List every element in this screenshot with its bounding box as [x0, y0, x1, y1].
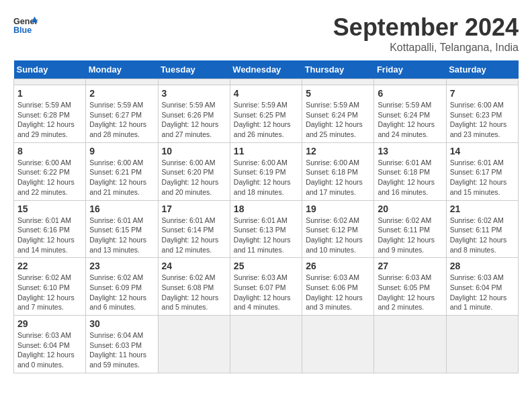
header-thursday: Thursday [302, 60, 374, 79]
day-number: 10 [162, 146, 226, 156]
day-number: 22 [17, 261, 82, 271]
day-number: 16 [89, 203, 154, 214]
day-detail: Sunrise: 6:00 AMSunset: 6:19 PMDaylight:… [234, 158, 298, 197]
header-tuesday: Tuesday [158, 60, 230, 79]
day-detail: Sunrise: 6:02 AMSunset: 6:12 PMDaylight:… [306, 216, 370, 255]
day-detail: Sunrise: 6:01 AMSunset: 6:13 PMDaylight:… [234, 216, 298, 255]
day-detail: Sunrise: 6:04 AMSunset: 6:03 PMDaylight:… [89, 330, 154, 370]
day-number: 11 [234, 146, 298, 156]
day-number: 15 [17, 203, 82, 214]
day-number: 21 [450, 203, 515, 214]
weekday-header-row: Sunday Monday Tuesday Wednesday Thursday… [14, 60, 519, 79]
table-row [302, 316, 374, 373]
header-wednesday: Wednesday [230, 60, 302, 79]
table-row [446, 79, 518, 85]
table-row [158, 79, 230, 85]
day-number: 13 [378, 146, 442, 156]
calendar-row: 8 Sunrise: 6:00 AMSunset: 6:22 PMDayligh… [14, 142, 519, 200]
day-detail: Sunrise: 6:01 AMSunset: 6:18 PMDaylight:… [378, 158, 442, 197]
day-detail: Sunrise: 6:02 AMSunset: 6:11 PMDaylight:… [450, 216, 515, 255]
table-row: 28 Sunrise: 6:03 AMSunset: 6:04 PMDaylig… [446, 258, 518, 316]
day-detail: Sunrise: 5:59 AMSunset: 6:26 PMDaylight:… [162, 100, 226, 140]
table-row [230, 79, 302, 85]
day-number: 24 [162, 261, 226, 271]
table-row [374, 316, 446, 373]
header-friday: Friday [374, 60, 446, 79]
table-row [446, 316, 518, 373]
month-title: September 2024 [333, 13, 519, 42]
day-detail: Sunrise: 6:00 AMSunset: 6:21 PMDaylight:… [89, 158, 154, 197]
day-detail: Sunrise: 6:01 AMSunset: 6:16 PMDaylight:… [17, 216, 82, 255]
day-detail: Sunrise: 6:02 AMSunset: 6:10 PMDaylight:… [17, 273, 82, 312]
day-number: 18 [234, 203, 298, 214]
table-row: 24 Sunrise: 6:02 AMSunset: 6:08 PMDaylig… [158, 258, 230, 316]
day-detail: Sunrise: 5:59 AMSunset: 6:27 PMDaylight:… [89, 100, 154, 140]
day-detail: Sunrise: 5:59 AMSunset: 6:24 PMDaylight:… [306, 100, 370, 140]
calendar-row: 22 Sunrise: 6:02 AMSunset: 6:10 PMDaylig… [14, 258, 519, 316]
title-area: September 2024 Kottapalli, Telangana, In… [333, 13, 519, 54]
day-number: 23 [89, 261, 154, 271]
table-row: 15 Sunrise: 6:01 AMSunset: 6:16 PMDaylig… [14, 200, 86, 258]
day-number: 19 [306, 203, 370, 214]
table-row: 6 Sunrise: 5:59 AMSunset: 6:24 PMDayligh… [374, 85, 446, 143]
table-row: 25 Sunrise: 6:03 AMSunset: 6:07 PMDaylig… [230, 258, 302, 316]
logo-icon: General Blue [13, 13, 38, 38]
day-detail: Sunrise: 5:59 AMSunset: 6:28 PMDaylight:… [17, 100, 82, 140]
table-row [302, 79, 374, 85]
table-row: 3 Sunrise: 5:59 AMSunset: 6:26 PMDayligh… [158, 85, 230, 143]
table-row [158, 316, 230, 373]
table-row: 1 Sunrise: 5:59 AMSunset: 6:28 PMDayligh… [14, 85, 86, 143]
table-row: 29 Sunrise: 6:03 AMSunset: 6:04 PMDaylig… [14, 316, 86, 373]
day-number: 5 [306, 88, 370, 99]
header-sunday: Sunday [14, 60, 86, 79]
calendar-row [14, 79, 519, 85]
table-row: 9 Sunrise: 6:00 AMSunset: 6:21 PMDayligh… [86, 142, 158, 200]
table-row: 2 Sunrise: 5:59 AMSunset: 6:27 PMDayligh… [86, 85, 158, 143]
page-header: General Blue September 2024 Kottapalli, … [13, 13, 519, 54]
table-row: 22 Sunrise: 6:02 AMSunset: 6:10 PMDaylig… [14, 258, 86, 316]
table-row: 21 Sunrise: 6:02 AMSunset: 6:11 PMDaylig… [446, 200, 518, 258]
day-detail: Sunrise: 6:03 AMSunset: 6:04 PMDaylight:… [17, 330, 82, 370]
day-number: 27 [378, 261, 442, 271]
table-row: 19 Sunrise: 6:02 AMSunset: 6:12 PMDaylig… [302, 200, 374, 258]
calendar-table: Sunday Monday Tuesday Wednesday Thursday… [13, 60, 519, 373]
day-detail: Sunrise: 6:03 AMSunset: 6:07 PMDaylight:… [234, 273, 298, 312]
day-number: 26 [306, 261, 370, 271]
day-number: 8 [17, 146, 82, 156]
table-row: 13 Sunrise: 6:01 AMSunset: 6:18 PMDaylig… [374, 142, 446, 200]
table-row: 12 Sunrise: 6:00 AMSunset: 6:18 PMDaylig… [302, 142, 374, 200]
day-number: 25 [234, 261, 298, 271]
table-row: 7 Sunrise: 6:00 AMSunset: 6:23 PMDayligh… [446, 85, 518, 143]
header-monday: Monday [86, 60, 158, 79]
day-number: 29 [17, 318, 82, 329]
table-row: 26 Sunrise: 6:03 AMSunset: 6:06 PMDaylig… [302, 258, 374, 316]
table-row [14, 79, 86, 85]
location-title: Kottapalli, Telangana, India [333, 42, 519, 54]
svg-text:Blue: Blue [13, 26, 32, 35]
day-number: 14 [450, 146, 515, 156]
table-row: 18 Sunrise: 6:01 AMSunset: 6:13 PMDaylig… [230, 200, 302, 258]
day-number: 6 [378, 88, 442, 99]
day-detail: Sunrise: 6:03 AMSunset: 6:06 PMDaylight:… [306, 273, 370, 312]
table-row: 4 Sunrise: 5:59 AMSunset: 6:25 PMDayligh… [230, 85, 302, 143]
day-number: 28 [450, 261, 515, 271]
day-detail: Sunrise: 6:00 AMSunset: 6:22 PMDaylight:… [17, 158, 82, 197]
day-number: 1 [17, 88, 82, 99]
table-row: 8 Sunrise: 6:00 AMSunset: 6:22 PMDayligh… [14, 142, 86, 200]
day-detail: Sunrise: 6:03 AMSunset: 6:04 PMDaylight:… [450, 273, 515, 312]
table-row: 11 Sunrise: 6:00 AMSunset: 6:19 PMDaylig… [230, 142, 302, 200]
table-row: 10 Sunrise: 6:00 AMSunset: 6:20 PMDaylig… [158, 142, 230, 200]
day-detail: Sunrise: 5:59 AMSunset: 6:24 PMDaylight:… [378, 100, 442, 140]
day-number: 9 [89, 146, 154, 156]
day-detail: Sunrise: 6:02 AMSunset: 6:09 PMDaylight:… [89, 273, 154, 312]
day-detail: Sunrise: 6:00 AMSunset: 6:20 PMDaylight:… [162, 158, 226, 197]
day-number: 30 [89, 318, 154, 329]
day-detail: Sunrise: 6:02 AMSunset: 6:08 PMDaylight:… [162, 273, 226, 312]
day-detail: Sunrise: 6:01 AMSunset: 6:17 PMDaylight:… [450, 158, 515, 197]
table-row: 14 Sunrise: 6:01 AMSunset: 6:17 PMDaylig… [446, 142, 518, 200]
table-row [230, 316, 302, 373]
day-number: 17 [162, 203, 226, 214]
day-detail: Sunrise: 6:02 AMSunset: 6:11 PMDaylight:… [378, 216, 442, 255]
day-number: 2 [89, 88, 154, 99]
header-saturday: Saturday [446, 60, 518, 79]
